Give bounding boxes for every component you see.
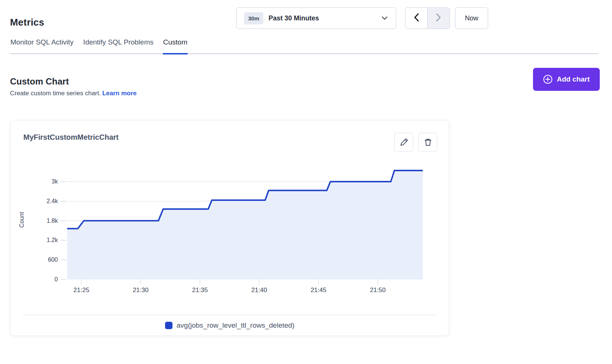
chart-legend[interactable]: avg(jobs_row_level_ttl_rows_deleted)	[11, 321, 449, 330]
y-tick-label: 0	[55, 276, 58, 283]
pencil-icon	[399, 138, 408, 147]
add-chart-label: Add chart	[557, 75, 590, 83]
y-tick-mark	[61, 221, 66, 221]
y-axis-ticks: 06001.2k1.8k2.4k3k	[11, 160, 58, 279]
y-tick-label: 2.4k	[47, 198, 58, 205]
edit-chart-button[interactable]	[394, 133, 413, 152]
x-tick-label: 21:40	[251, 287, 267, 294]
time-range-dropdown[interactable]: 30m Past 30 Minutes	[236, 7, 396, 29]
now-button[interactable]: Now	[455, 7, 488, 29]
trash-icon	[424, 138, 432, 147]
x-tick-label: 21:50	[370, 287, 386, 294]
x-tick-mark	[200, 279, 200, 284]
x-tick-label: 21:35	[192, 287, 208, 294]
x-tick-label: 21:45	[310, 287, 326, 294]
y-tick-mark	[61, 201, 66, 202]
subtitle-text: Create custom time series chart.	[10, 90, 101, 97]
add-chart-button[interactable]: Add chart	[533, 68, 600, 91]
chevron-down-icon	[382, 16, 388, 20]
trash-icon-button[interactable]	[418, 133, 437, 152]
metrics-page: Metrics 30m Past 30 Minutes Now Monitor …	[0, 0, 612, 364]
x-tick-mark	[318, 279, 319, 284]
time-pager	[405, 7, 450, 29]
plus-circle-icon	[543, 75, 553, 84]
time-range-badge: 30m	[244, 12, 263, 24]
y-tick-mark	[61, 279, 66, 280]
y-tick-label: 600	[48, 257, 58, 263]
y-tick-label: 3k	[52, 178, 58, 185]
y-tick-label: 1.8k	[47, 218, 58, 224]
learn-more-link[interactable]: Learn more	[102, 90, 137, 97]
y-tick-mark	[61, 240, 66, 241]
legend-label: avg(jobs_row_level_ttl_rows_deleted)	[177, 321, 295, 330]
tab-custom[interactable]: Custom	[163, 38, 188, 54]
previous-time-button[interactable]	[405, 8, 427, 29]
x-tick-mark	[259, 279, 260, 284]
tab-identify-sql-problems[interactable]: Identify SQL Problems	[83, 38, 154, 54]
metrics-tabs: Monitor SQL Activity Identify SQL Proble…	[10, 38, 598, 54]
y-tick-mark	[61, 181, 66, 182]
legend-swatch	[165, 322, 172, 329]
tab-monitor-sql-activity[interactable]: Monitor SQL Activity	[10, 38, 74, 54]
x-tick-label: 21:30	[133, 287, 149, 294]
custom-chart-card: MyFirstCustomMetricChart Count 06001.2k1…	[10, 120, 449, 336]
x-tick-mark	[140, 279, 141, 284]
area-chart[interactable]	[67, 160, 423, 279]
y-axis-dashes	[61, 160, 66, 279]
x-tick-mark	[378, 279, 378, 284]
next-time-button[interactable]	[427, 8, 450, 29]
section-subtitle: Create custom time series chart.Learn mo…	[10, 90, 136, 97]
x-tick-label: 21:25	[73, 287, 89, 294]
section-heading: Custom Chart	[10, 76, 69, 87]
time-range-label: Past 30 Minutes	[269, 14, 319, 22]
y-tick-mark	[61, 259, 66, 260]
legend-divider	[23, 315, 438, 315]
y-tick-label: 1.2k	[47, 237, 58, 244]
page-title: Metrics	[10, 17, 44, 28]
chevron-right-icon	[436, 13, 441, 23]
chart-title: MyFirstCustomMetricChart	[23, 133, 119, 142]
chevron-left-icon	[414, 13, 419, 23]
time-series-plot[interactable]	[67, 160, 423, 279]
x-tick-mark	[81, 279, 82, 284]
